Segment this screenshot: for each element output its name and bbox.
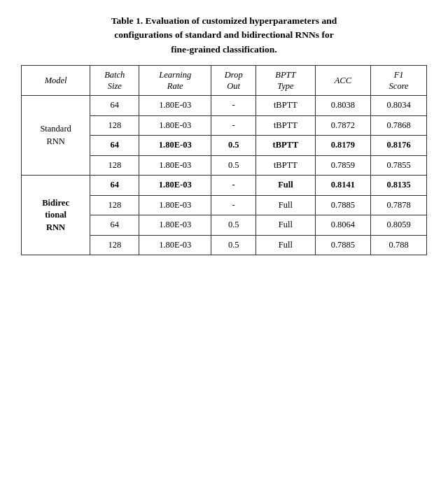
drop-out-cell: - xyxy=(211,176,256,196)
f1-score-cell: 0.8135 xyxy=(371,176,427,196)
col-acc: ACC xyxy=(315,65,371,96)
bptt-type-cell: Full xyxy=(256,215,315,236)
f1-score-cell: 0.8059 xyxy=(371,215,427,236)
col-batch-size: BatchSize xyxy=(90,65,139,96)
batch-size-cell: 64 xyxy=(90,136,139,156)
col-f1-score: F1Score xyxy=(371,65,427,96)
table-body: StandardRNN641.80E-03-tBPTT0.80380.80341… xyxy=(22,96,427,255)
learning-rate-cell: 1.80E-03 xyxy=(139,195,211,215)
model-cell: BidirectionalRNN xyxy=(22,176,90,255)
results-table: Model BatchSize LearningRate DropOut BPT… xyxy=(21,65,427,256)
table-title: Table 1. Evaluation of customized hyperp… xyxy=(21,14,427,57)
drop-out-cell: - xyxy=(211,115,256,136)
acc-cell: 0.7885 xyxy=(315,195,371,215)
acc-cell: 0.8141 xyxy=(315,176,371,196)
acc-cell: 0.7859 xyxy=(315,155,371,176)
batch-size-cell: 128 xyxy=(90,195,139,215)
model-cell: StandardRNN xyxy=(22,96,90,176)
col-learning-rate: LearningRate xyxy=(139,65,211,96)
learning-rate-cell: 1.80E-03 xyxy=(139,136,211,156)
batch-size-cell: 128 xyxy=(90,235,139,255)
acc-cell: 0.7885 xyxy=(315,235,371,255)
drop-out-cell: - xyxy=(211,96,256,116)
col-model: Model xyxy=(22,65,90,96)
batch-size-cell: 64 xyxy=(90,215,139,236)
drop-out-cell: 0.5 xyxy=(211,215,256,236)
learning-rate-cell: 1.80E-03 xyxy=(139,176,211,196)
table-header-row: Model BatchSize LearningRate DropOut BPT… xyxy=(22,65,427,96)
bptt-type-cell: Full xyxy=(256,195,315,215)
bptt-type-cell: tBPTT xyxy=(256,115,315,136)
bptt-type-cell: tBPTT xyxy=(256,155,315,176)
drop-out-cell: 0.5 xyxy=(211,155,256,176)
drop-out-cell: - xyxy=(211,195,256,215)
learning-rate-cell: 1.80E-03 xyxy=(139,115,211,136)
bptt-type-cell: Full xyxy=(256,176,315,196)
f1-score-cell: 0.7855 xyxy=(371,155,427,176)
f1-score-cell: 0.8176 xyxy=(371,136,427,156)
table-row: BidirectionalRNN641.80E-03-Full0.81410.8… xyxy=(22,176,427,196)
drop-out-cell: 0.5 xyxy=(211,235,256,255)
learning-rate-cell: 1.80E-03 xyxy=(139,235,211,255)
f1-score-cell: 0.8034 xyxy=(371,96,427,116)
acc-cell: 0.7872 xyxy=(315,115,371,136)
page-container: Table 1. Evaluation of customized hyperp… xyxy=(21,14,427,255)
batch-size-cell: 128 xyxy=(90,155,139,176)
batch-size-cell: 64 xyxy=(90,96,139,116)
batch-size-cell: 128 xyxy=(90,115,139,136)
learning-rate-cell: 1.80E-03 xyxy=(139,96,211,116)
table-row: StandardRNN641.80E-03-tBPTT0.80380.8034 xyxy=(22,96,427,116)
acc-cell: 0.8038 xyxy=(315,96,371,116)
f1-score-cell: 0.7868 xyxy=(371,115,427,136)
col-bptt-type: BPTTType xyxy=(256,65,315,96)
bptt-type-cell: Full xyxy=(256,235,315,255)
batch-size-cell: 64 xyxy=(90,176,139,196)
f1-score-cell: 0.788 xyxy=(371,235,427,255)
drop-out-cell: 0.5 xyxy=(211,136,256,156)
learning-rate-cell: 1.80E-03 xyxy=(139,155,211,176)
col-drop-out: DropOut xyxy=(211,65,256,96)
bptt-type-cell: tBPTT xyxy=(256,96,315,116)
acc-cell: 0.8064 xyxy=(315,215,371,236)
f1-score-cell: 0.7878 xyxy=(371,195,427,215)
learning-rate-cell: 1.80E-03 xyxy=(139,215,211,236)
bptt-type-cell: tBPTT xyxy=(256,136,315,156)
acc-cell: 0.8179 xyxy=(315,136,371,156)
